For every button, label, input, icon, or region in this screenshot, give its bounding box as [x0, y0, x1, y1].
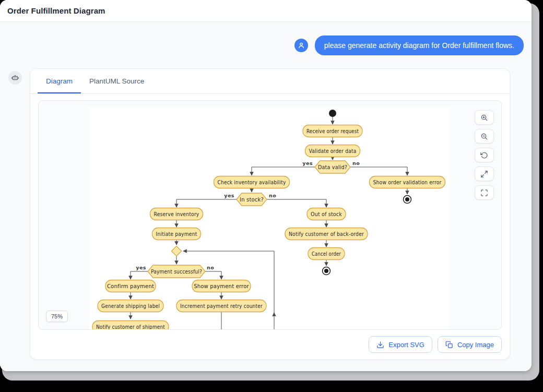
- svg-text:Show order validation error: Show order validation error: [373, 180, 442, 185]
- edge-label-no: no: [207, 265, 214, 270]
- export-svg-label: Export SVG: [388, 341, 424, 349]
- svg-text:Out of stock: Out of stock: [311, 211, 342, 217]
- edge-label-yes: yes: [224, 193, 234, 198]
- flow-edge: [350, 167, 407, 175]
- flow-edge: [205, 271, 221, 279]
- diagram-card: Diagram PlantUML Source yesnoyesnoyesnoR…: [30, 68, 510, 360]
- app-window: Order Fulfillment Diagram please generat…: [0, 0, 532, 371]
- zoom-controls: [475, 110, 494, 200]
- zoom-in-button[interactable]: [475, 110, 494, 125]
- user-message-bubble: please generate activity diagram for Ord…: [315, 35, 524, 55]
- diagram-canvas: yesnoyesnoyesnoReceive order requestVali…: [89, 107, 450, 330]
- svg-text:Data valid?: Data valid?: [318, 164, 347, 170]
- receive-order-request-node: Receive order request: [303, 125, 362, 137]
- increment-payment-retry-counter-node: Increment payment retry counter: [176, 300, 266, 312]
- svg-text:Payment successful?: Payment successful?: [151, 269, 202, 275]
- svg-text:Validate order data: Validate order data: [309, 148, 357, 154]
- reset-view-icon: [480, 151, 488, 159]
- show-order-validation-error-node: Show order validation error: [370, 176, 445, 188]
- download-icon: [376, 341, 384, 349]
- tab-bar: Diagram PlantUML Source: [30, 69, 510, 94]
- cancel-order-node: Cancel order: [308, 248, 345, 260]
- fullscreen-icon: [480, 189, 488, 197]
- svg-text:Cancel order: Cancel order: [312, 251, 341, 257]
- expand-button[interactable]: [475, 167, 494, 181]
- confirm-payment-node: Confirm payment: [105, 280, 156, 292]
- zoom-out-icon: [480, 133, 488, 140]
- flow-edge: [131, 271, 148, 279]
- flow-edge: [252, 167, 315, 175]
- end-validation-error-node: [404, 196, 411, 204]
- zoom-level-badge: 75%: [46, 311, 68, 322]
- activity-diagram: yesnoyesnoyesnoReceive order requestVali…: [89, 107, 450, 330]
- edge-label-no: no: [269, 193, 276, 198]
- assistant-row: Diagram PlantUML Source yesnoyesnoyesnoR…: [0, 55, 532, 360]
- copy-image-label: Copy Image: [457, 341, 494, 349]
- flow-edge: [176, 199, 237, 207]
- fullscreen-button[interactable]: [475, 185, 494, 200]
- main-content: please generate activity diagram for Ord…: [0, 22, 532, 371]
- zoom-in-icon: [480, 114, 488, 122]
- tab-diagram[interactable]: Diagram: [38, 69, 81, 93]
- validate-order-data-node: Validate order data: [305, 145, 360, 157]
- in-stock-node: In stock?: [237, 193, 267, 206]
- svg-text:Generate shipping label: Generate shipping label: [101, 303, 160, 309]
- diagram-viewport[interactable]: yesnoyesnoyesnoReceive order requestVali…: [38, 100, 502, 330]
- start-node: [329, 110, 336, 117]
- end-cancel-node: [323, 267, 330, 275]
- assistant-avatar: [8, 71, 22, 85]
- flow-edge: [267, 199, 326, 207]
- page-title: Order Fulfillment Diagram: [7, 6, 105, 15]
- svg-text:Initiate payment: Initiate payment: [156, 231, 197, 237]
- export-svg-button[interactable]: Export SVG: [369, 336, 432, 353]
- person-icon: [297, 41, 305, 50]
- reset-view-button[interactable]: [475, 148, 494, 162]
- edge-label-no: no: [352, 160, 360, 166]
- out-of-stock-node: Out of stock: [307, 208, 346, 220]
- svg-text:Confirm payment: Confirm payment: [107, 283, 154, 289]
- edge-label-yes: yes: [302, 160, 313, 166]
- svg-text:In stock?: In stock?: [240, 197, 264, 203]
- svg-text:Reserve inventory: Reserve inventory: [154, 211, 199, 217]
- notify-customer-of-shipment-node: Notify customer of shipment: [92, 321, 169, 330]
- robot-icon: [11, 74, 19, 82]
- app-header: Order Fulfillment Diagram: [0, 0, 532, 22]
- copy-image-button[interactable]: Copy Image: [438, 336, 502, 353]
- merge-point-node: [172, 246, 182, 256]
- expand-icon: [480, 170, 488, 178]
- notify-customer-of-back-order-node: Notify customer of back-order: [285, 228, 368, 240]
- svg-text:Check inventory availability: Check inventory availability: [218, 180, 286, 185]
- svg-text:Notify customer of back-order: Notify customer of back-order: [289, 231, 364, 237]
- user-avatar: [294, 39, 308, 52]
- svg-text:Notify customer of shipment: Notify customer of shipment: [96, 324, 165, 330]
- generate-shipping-label-node: Generate shipping label: [98, 300, 163, 312]
- svg-text:Increment payment retry counte: Increment payment retry counter: [180, 303, 263, 309]
- payment-successful-node: Payment successful?: [148, 265, 205, 278]
- tab-plantuml-source[interactable]: PlantUML Source: [81, 69, 152, 93]
- card-footer: Export SVG Copy Image: [30, 330, 510, 359]
- svg-text:Receive order request: Receive order request: [306, 128, 359, 134]
- check-inventory-availability-node: Check inventory availability: [214, 176, 290, 188]
- data-valid-node: Data valid?: [315, 161, 350, 173]
- user-message-row: please generate activity diagram for Ord…: [0, 22, 532, 55]
- initiate-payment-node: Initiate payment: [152, 228, 201, 240]
- show-payment-error-node: Show payment error: [192, 280, 251, 292]
- copy-icon: [445, 341, 453, 349]
- zoom-out-button[interactable]: [475, 129, 494, 144]
- edge-label-yes: yes: [136, 265, 146, 270]
- reserve-inventory-node: Reserve inventory: [150, 208, 203, 220]
- svg-text:Show payment error: Show payment error: [194, 283, 249, 289]
